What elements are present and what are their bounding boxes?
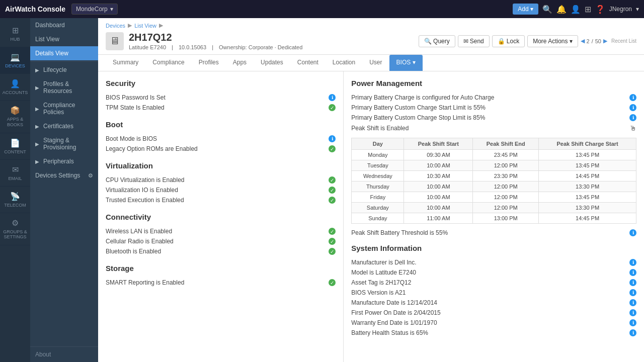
tab-compliance[interactable]: Compliance	[145, 55, 191, 71]
sidebar-item-telecom[interactable]: 📡 TELECOM	[0, 187, 30, 213]
tab-apps[interactable]: Apps	[226, 55, 254, 71]
bell-icon[interactable]: 🔔	[556, 5, 567, 14]
sidebar-item-hub[interactable]: ⊞ HUB	[0, 21, 30, 47]
sidebar-about[interactable]: About	[30, 346, 98, 362]
pm-status-2[interactable]: ℹ	[629, 114, 636, 121]
tab-content[interactable]: Content	[290, 55, 326, 71]
sidebar-item-content[interactable]: 📄 CONTENT	[0, 133, 30, 160]
connectivity-title: Connectivity	[106, 213, 336, 221]
pm-status-1[interactable]: ℹ	[629, 104, 636, 111]
sidebar-content-label: CONTENT	[4, 149, 26, 154]
pagination-prev[interactable]: ◀	[581, 38, 585, 44]
virtualization-title: Virtualization	[106, 161, 336, 170]
sysinfo-items: Manufacturer is Dell Inc.ℹModel is Latit…	[351, 257, 636, 338]
storage-row-0: SMART Reporting is Enabled ✓	[106, 278, 336, 288]
send-button[interactable]: ✉ Send	[458, 35, 490, 47]
query-button[interactable]: 🔍 Query	[419, 35, 455, 47]
lock-label: Lock	[507, 38, 519, 45]
sidebar-menu: Dashboard List View Details View ▶ Lifec…	[30, 18, 98, 362]
sidebar-link-devices-settings[interactable]: Devices Settings ⚙	[30, 168, 98, 183]
add-button[interactable]: Add ▾	[513, 4, 538, 15]
compliance-caret: ▶	[35, 106, 39, 112]
sysinfo-text-1: Model is Latitude E7240	[351, 269, 629, 276]
sysinfo-row-5: First Power On Date is 2/04/2015ℹ	[351, 308, 636, 318]
sysinfo-status-5[interactable]: ℹ	[629, 309, 636, 316]
sidebar-accounts-label: ACCOUNTS	[3, 90, 28, 95]
grid-icon[interactable]: ⊞	[585, 5, 591, 14]
sidebar-link-staging[interactable]: ▶ Staging & Provisioning	[30, 133, 98, 154]
virt-status-2: ✓	[329, 197, 336, 204]
pm-row-3: Peak Shift is Enabled 🖱	[351, 123, 636, 134]
pm-text-0: Primary Battery Charge is configured for…	[351, 94, 629, 101]
table-cell: 13:30 PM	[539, 203, 636, 213]
sidebar-link-lifecycle[interactable]: ▶ Lifecycle	[30, 63, 98, 77]
user-name[interactable]: JNegron	[609, 6, 632, 13]
help-icon[interactable]: ❓	[595, 5, 605, 14]
sysinfo-status-4[interactable]: ℹ	[629, 299, 636, 306]
tab-bios[interactable]: BIOS ▾	[389, 55, 423, 71]
more-actions-button[interactable]: More Actions ▾	[527, 35, 578, 47]
sidebar-link-dashboard[interactable]: Dashboard	[30, 18, 98, 32]
sidebar-item-email[interactable]: ✉ EMAIL	[0, 160, 30, 187]
sysinfo-status-2[interactable]: ℹ	[629, 279, 636, 286]
tabs-bar: Summary Compliance Profiles Apps Updates…	[98, 55, 644, 71]
sidebar-item-accounts[interactable]: 👤 ACCOUNTS	[0, 74, 30, 101]
content-icon: 📄	[10, 138, 20, 148]
sysinfo-status-1[interactable]: ℹ	[629, 269, 636, 276]
search-icon[interactable]: 🔍	[542, 5, 552, 14]
sysinfo-status-0[interactable]: ℹ	[629, 259, 636, 266]
sidebar-link-certificates[interactable]: ▶ Certificates	[30, 119, 98, 133]
pm-text-1: Primary Battery Custom Charge Start Limi…	[351, 104, 629, 111]
boot-status-0[interactable]: ℹ	[329, 135, 336, 142]
topbar-right: Add ▾ 🔍 🔔 👤 ⊞ ❓ JNegron ▾	[513, 4, 639, 15]
table-cell: 13:00 PM	[473, 213, 539, 224]
peripherals-caret: ▶	[35, 159, 39, 164]
sysinfo-status-6[interactable]: ℹ	[629, 319, 636, 326]
sidebar-item-groups[interactable]: ⚙ GROUPS &SETTINGS	[0, 213, 30, 246]
detailsview-label: Details View	[35, 50, 68, 57]
table-cell: 10:00 AM	[404, 160, 473, 171]
table-cell: 10:00 AM	[404, 182, 473, 192]
security-row-1: TPM State Is Enabled ✓	[106, 103, 336, 113]
breadcrumb-listview[interactable]: List View	[134, 23, 156, 29]
tab-updates[interactable]: Updates	[254, 55, 290, 71]
org-selector[interactable]: MondeCorp ▾	[71, 4, 118, 15]
tab-summary[interactable]: Summary	[106, 55, 145, 71]
boot-text-0: Boot Mode is BIOS	[106, 135, 329, 142]
device-ip: 10.0.15063	[179, 44, 206, 50]
add-label: Add	[518, 6, 528, 13]
conn-row-0: Wireless LAN is Enabled ✓	[106, 226, 336, 236]
sidebar-link-peripherals[interactable]: ▶ Peripherals	[30, 154, 98, 168]
threshold-status[interactable]: ℹ	[629, 229, 636, 236]
security-status-0[interactable]: ℹ	[329, 94, 336, 101]
lock-button[interactable]: 🔒 Lock	[492, 35, 525, 47]
query-label: Query	[433, 38, 450, 45]
sidebar-link-compliance[interactable]: ▶ Compliance Policies	[30, 98, 98, 119]
table-cell: 10:00 AM	[404, 192, 473, 203]
sysinfo-text-5: First Power On Date is 2/04/2015	[351, 309, 629, 316]
tab-location[interactable]: Location	[326, 55, 362, 71]
dashboard-label: Dashboard	[35, 22, 65, 29]
pm-row-0: Primary Battery Charge is configured for…	[351, 93, 636, 103]
breadcrumb-devices[interactable]: Devices	[106, 23, 125, 29]
pagination-next[interactable]: ▶	[603, 38, 607, 44]
tab-user[interactable]: User	[362, 55, 389, 71]
table-cell: Saturday	[352, 203, 404, 213]
storage-text-0: SMART Reporting is Enabled	[106, 279, 329, 286]
sysinfo-status-3[interactable]: ℹ	[629, 289, 636, 296]
sysinfo-row-7: Battery Health Status is 65%ℹ	[351, 328, 636, 338]
sidebar-link-profiles[interactable]: ▶ Profiles & Resources	[30, 77, 98, 98]
table-row: Wednesday10:30 AM23:30 PM14:45 PM	[352, 171, 636, 182]
sidebar-item-apps[interactable]: 📦 APPS &BOOKS	[0, 101, 30, 133]
sysinfo-status-7[interactable]: ℹ	[629, 329, 636, 336]
sidebar-link-detailsview[interactable]: Details View	[30, 46, 98, 60]
pm-status-0[interactable]: ℹ	[629, 94, 636, 101]
user-circle-icon[interactable]: 👤	[571, 5, 581, 14]
sidebar-link-listview[interactable]: List View	[30, 32, 98, 46]
tab-profiles[interactable]: Profiles	[192, 55, 226, 71]
security-row-0: BIOS Password Is Set ℹ	[106, 93, 336, 103]
sidebar-item-devices[interactable]: 💻 DEVICES	[0, 47, 30, 74]
main-layout: ⊞ HUB 💻 DEVICES 👤 ACCOUNTS 📦 APPS &BOOKS…	[0, 18, 644, 362]
pagination-total: 50	[595, 38, 601, 44]
table-cell: 09:30 AM	[404, 150, 473, 160]
